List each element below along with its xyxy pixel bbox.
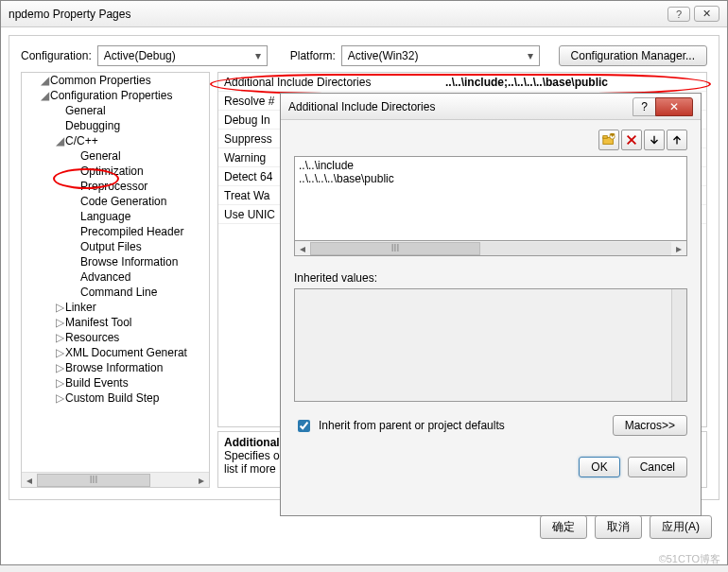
tree-expander-icon[interactable]: ◢: [56, 134, 65, 147]
tree-expander-icon[interactable]: ▷: [56, 361, 65, 374]
config-tree[interactable]: ◢Common Properties◢Configuration Propert…: [21, 72, 210, 488]
listbox-hscrollbar[interactable]: ◂ III ▸: [294, 241, 687, 256]
window-title: npdemo Property Pages: [9, 8, 130, 21]
tree-item[interactable]: Advanced: [22, 269, 209, 285]
apply-button[interactable]: 应用(A): [650, 515, 712, 539]
scroll-right-icon[interactable]: ▸: [194, 474, 209, 487]
modal-close-button[interactable]: ✕: [655, 97, 693, 116]
tree-item[interactable]: ◢Configuration Properties: [22, 88, 209, 103]
tree-item[interactable]: ▷XML Document Generat: [22, 345, 209, 360]
help-button[interactable]: ?: [667, 7, 690, 22]
list-item[interactable]: ..\..\include: [299, 159, 683, 172]
tree-item[interactable]: Debugging: [22, 118, 209, 133]
modal-ok-button[interactable]: OK: [579, 457, 619, 477]
tree-item[interactable]: Optimization: [22, 164, 209, 179]
tree-item-label: Advanced: [80, 270, 130, 284]
delete-icon[interactable]: [621, 130, 642, 150]
inherited-listbox[interactable]: [294, 288, 687, 402]
scroll-thumb[interactable]: III: [310, 242, 480, 255]
tree-expander-icon[interactable]: ▷: [56, 376, 65, 390]
tree-item[interactable]: General: [22, 103, 209, 118]
window-titlebar: npdemo Property Pages ? ✕: [1, 1, 727, 27]
tree-item-label: General: [65, 104, 106, 117]
platform-value: Active(Win32): [348, 49, 419, 62]
tree-item-label: Precompiled Header: [80, 225, 183, 238]
scroll-thumb[interactable]: III: [37, 474, 150, 487]
inherit-checkbox-label: Inherit from parent or project defaults: [319, 419, 505, 432]
modal-cancel-button[interactable]: Cancel: [628, 457, 687, 477]
tree-item-label: Resources: [65, 331, 119, 344]
tree-item[interactable]: ▷Manifest Tool: [22, 315, 209, 330]
tree-item-label: Output Files: [80, 240, 142, 253]
tree-item-label: Linker: [65, 301, 96, 314]
tree-item[interactable]: ▷Linker: [22, 300, 209, 315]
property-value: ..\..\include;..\..\..\..\base\public: [445, 76, 706, 89]
tree-item[interactable]: ▷Custom Build Step: [22, 390, 209, 406]
scroll-left-icon[interactable]: ◂: [22, 474, 37, 487]
tree-item[interactable]: ▷Build Events: [22, 375, 209, 390]
tree-item-label: Command Line: [80, 286, 157, 299]
dirs-listbox[interactable]: ..\..\include..\..\..\..\base\public: [294, 156, 687, 241]
down-arrow-icon[interactable]: [644, 130, 665, 150]
tree-item[interactable]: Browse Information: [22, 254, 209, 269]
configuration-value: Active(Debug): [104, 49, 176, 62]
tree-item[interactable]: Language: [22, 209, 209, 224]
tree-item[interactable]: General: [22, 148, 209, 164]
tree-item-label: Debugging: [65, 119, 120, 132]
config-row: Configuration: Active(Debug) ▾ Platform:…: [13, 40, 715, 72]
platform-label: Platform:: [290, 49, 336, 62]
inherited-label: Inherited values:: [294, 271, 687, 285]
platform-dropdown[interactable]: Active(Win32) ▾: [341, 45, 540, 66]
tree-item[interactable]: Preprocessor: [22, 179, 209, 194]
modal-titlebar: Additional Include Directories ? ✕: [281, 94, 701, 120]
tree-item-label: Code Generation: [80, 195, 166, 208]
tree-item-label: C/C++: [65, 134, 98, 147]
tree-expander-icon[interactable]: ▷: [56, 331, 65, 344]
tree-item[interactable]: ▷Resources: [22, 330, 209, 345]
tree-expander-icon[interactable]: ▷: [56, 391, 65, 405]
tree-expander-icon[interactable]: ◢: [41, 89, 50, 102]
configuration-manager-button[interactable]: Configuration Manager...: [559, 45, 707, 66]
list-item[interactable]: ..\..\..\..\base\public: [299, 172, 683, 185]
macros-button[interactable]: Macros>>: [613, 415, 687, 436]
new-folder-icon[interactable]: ✦: [598, 130, 619, 150]
property-row[interactable]: Additional Include Directories..\..\incl…: [218, 73, 706, 92]
cancel-button[interactable]: 取消: [595, 515, 642, 539]
tree-hscrollbar[interactable]: ◂ III ▸: [22, 472, 209, 487]
tree-item[interactable]: Command Line: [22, 285, 209, 300]
svg-rect-1: [603, 136, 607, 139]
close-button[interactable]: ✕: [694, 6, 719, 22]
tree-expander-icon[interactable]: ◢: [41, 74, 50, 87]
scroll-right-icon[interactable]: ▸: [671, 242, 686, 255]
tree-item[interactable]: ◢Common Properties: [22, 73, 209, 88]
scroll-left-icon[interactable]: ◂: [295, 242, 310, 255]
tree-item-label: Build Events: [65, 376, 129, 390]
inherit-checkbox[interactable]: [298, 420, 310, 432]
tree-item-label: Manifest Tool: [65, 316, 131, 329]
include-dirs-dialog: Additional Include Directories ? ✕ ✦ ..\…: [280, 93, 702, 516]
configuration-dropdown[interactable]: Active(Debug) ▾: [97, 45, 268, 66]
ok-button[interactable]: 确定: [540, 515, 587, 539]
chevron-down-icon: ▾: [255, 49, 261, 62]
tree-expander-icon[interactable]: ▷: [56, 346, 65, 359]
svg-text:✦: ✦: [608, 133, 615, 140]
tree-expander-icon[interactable]: ▷: [56, 316, 65, 329]
up-arrow-icon[interactable]: [667, 130, 687, 150]
tree-item[interactable]: ▷Browse Information: [22, 360, 209, 375]
tree-item-label: Browse Information: [80, 255, 178, 269]
tree-expander-icon[interactable]: ▷: [56, 301, 65, 314]
tree-item[interactable]: Output Files: [22, 239, 209, 254]
property-name: Additional Include Directories: [218, 76, 445, 89]
tree-item-label: Common Properties: [50, 74, 151, 87]
tree-item-label: Configuration Properties: [50, 89, 172, 102]
inherited-vscrollbar[interactable]: [671, 289, 686, 401]
tree-item[interactable]: ◢C/C++: [22, 133, 209, 148]
modal-help-button[interactable]: ?: [633, 97, 656, 116]
configuration-label: Configuration:: [21, 49, 92, 62]
modal-title: Additional Include Directories: [288, 100, 435, 113]
tree-item-label: General: [80, 149, 121, 163]
tree-item[interactable]: Code Generation: [22, 194, 209, 209]
tree-item-label: Custom Build Step: [65, 391, 159, 405]
tree-item[interactable]: Precompiled Header: [22, 224, 209, 239]
chevron-down-icon: ▾: [528, 49, 533, 62]
